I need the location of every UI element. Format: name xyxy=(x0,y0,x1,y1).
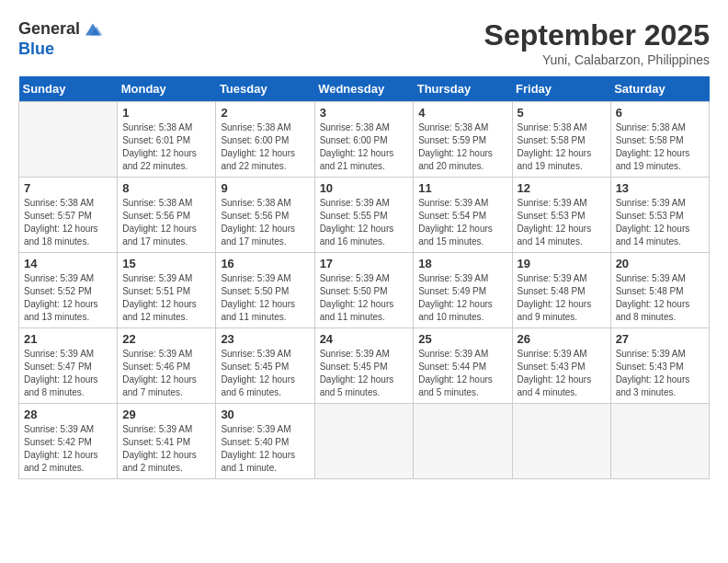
day-number: 4 xyxy=(418,106,506,120)
day-info: Sunrise: 5:38 AM Sunset: 6:01 PM Dayligh… xyxy=(122,121,210,173)
calendar-cell: 11Sunrise: 5:39 AM Sunset: 5:54 PM Dayli… xyxy=(414,178,512,253)
day-info: Sunrise: 5:38 AM Sunset: 5:58 PM Dayligh… xyxy=(616,121,704,173)
day-number: 17 xyxy=(320,257,409,270)
day-number: 23 xyxy=(221,332,309,346)
day-number: 30 xyxy=(221,408,309,421)
calendar-cell: 12Sunrise: 5:39 AM Sunset: 5:53 PM Dayli… xyxy=(512,178,610,253)
weekday-header-friday: Friday xyxy=(512,76,610,102)
logo-icon xyxy=(82,18,104,40)
day-info: Sunrise: 5:38 AM Sunset: 5:56 PM Dayligh… xyxy=(221,197,309,248)
calendar-cell: 19Sunrise: 5:39 AM Sunset: 5:48 PM Dayli… xyxy=(512,253,610,328)
calendar-cell: 17Sunrise: 5:39 AM Sunset: 5:50 PM Dayli… xyxy=(314,253,414,328)
weekday-header-tuesday: Tuesday xyxy=(216,76,314,102)
day-number: 3 xyxy=(320,106,409,120)
calendar-cell xyxy=(314,404,414,479)
weekday-header-saturday: Saturday xyxy=(610,76,709,102)
calendar-week-row: 28Sunrise: 5:39 AM Sunset: 5:42 PM Dayli… xyxy=(19,404,710,479)
calendar-cell: 15Sunrise: 5:39 AM Sunset: 5:51 PM Dayli… xyxy=(118,253,216,328)
day-number: 29 xyxy=(122,408,210,421)
logo: General Blue xyxy=(18,18,104,59)
calendar-cell: 25Sunrise: 5:39 AM Sunset: 5:44 PM Dayli… xyxy=(414,328,512,404)
day-info: Sunrise: 5:38 AM Sunset: 5:59 PM Dayligh… xyxy=(418,121,506,173)
day-info: Sunrise: 5:39 AM Sunset: 5:43 PM Dayligh… xyxy=(616,348,704,399)
day-info: Sunrise: 5:39 AM Sunset: 5:48 PM Dayligh… xyxy=(518,272,606,324)
calendar-cell: 2Sunrise: 5:38 AM Sunset: 6:00 PM Daylig… xyxy=(216,102,314,178)
day-number: 27 xyxy=(616,332,704,346)
day-info: Sunrise: 5:39 AM Sunset: 5:40 PM Dayligh… xyxy=(221,423,309,475)
calendar-cell xyxy=(414,404,512,479)
calendar-week-row: 21Sunrise: 5:39 AM Sunset: 5:47 PM Dayli… xyxy=(19,328,710,404)
day-info: Sunrise: 5:39 AM Sunset: 5:50 PM Dayligh… xyxy=(320,272,409,324)
day-info: Sunrise: 5:39 AM Sunset: 5:49 PM Dayligh… xyxy=(418,272,506,324)
day-number: 9 xyxy=(221,181,309,195)
day-number: 16 xyxy=(221,257,309,270)
day-number: 2 xyxy=(221,106,309,120)
day-info: Sunrise: 5:39 AM Sunset: 5:41 PM Dayligh… xyxy=(122,423,210,475)
calendar-cell: 9Sunrise: 5:38 AM Sunset: 5:56 PM Daylig… xyxy=(216,178,314,253)
calendar-cell: 5Sunrise: 5:38 AM Sunset: 5:58 PM Daylig… xyxy=(512,102,610,178)
month-title: September 2025 xyxy=(484,18,710,52)
day-info: Sunrise: 5:39 AM Sunset: 5:48 PM Dayligh… xyxy=(616,272,704,324)
day-number: 18 xyxy=(418,257,506,270)
calendar-cell: 10Sunrise: 5:39 AM Sunset: 5:55 PM Dayli… xyxy=(314,178,414,253)
day-info: Sunrise: 5:38 AM Sunset: 6:00 PM Dayligh… xyxy=(320,121,409,173)
day-number: 28 xyxy=(24,408,112,421)
day-info: Sunrise: 5:39 AM Sunset: 5:47 PM Dayligh… xyxy=(24,348,112,399)
day-info: Sunrise: 5:39 AM Sunset: 5:54 PM Dayligh… xyxy=(418,197,506,248)
day-info: Sunrise: 5:38 AM Sunset: 5:58 PM Dayligh… xyxy=(518,121,606,173)
day-number: 13 xyxy=(616,181,704,195)
calendar-cell: 3Sunrise: 5:38 AM Sunset: 6:00 PM Daylig… xyxy=(314,102,414,178)
day-info: Sunrise: 5:38 AM Sunset: 5:56 PM Dayligh… xyxy=(122,197,210,248)
day-info: Sunrise: 5:39 AM Sunset: 5:44 PM Dayligh… xyxy=(418,348,506,399)
calendar-week-row: 7Sunrise: 5:38 AM Sunset: 5:57 PM Daylig… xyxy=(19,178,710,253)
day-info: Sunrise: 5:39 AM Sunset: 5:51 PM Dayligh… xyxy=(122,272,210,324)
title-block: September 2025 Yuni, Calabarzon, Philipp… xyxy=(484,18,710,67)
calendar-cell: 1Sunrise: 5:38 AM Sunset: 6:01 PM Daylig… xyxy=(118,102,216,178)
calendar-cell: 13Sunrise: 5:39 AM Sunset: 5:53 PM Dayli… xyxy=(610,178,709,253)
day-info: Sunrise: 5:39 AM Sunset: 5:55 PM Dayligh… xyxy=(320,197,409,248)
logo-text: General xyxy=(18,20,80,39)
calendar-cell: 29Sunrise: 5:39 AM Sunset: 5:41 PM Dayli… xyxy=(118,404,216,479)
day-number: 24 xyxy=(320,332,409,346)
day-info: Sunrise: 5:39 AM Sunset: 5:42 PM Dayligh… xyxy=(24,423,112,475)
day-info: Sunrise: 5:39 AM Sunset: 5:53 PM Dayligh… xyxy=(616,197,704,248)
day-info: Sunrise: 5:39 AM Sunset: 5:52 PM Dayligh… xyxy=(24,272,112,324)
day-info: Sunrise: 5:38 AM Sunset: 6:00 PM Dayligh… xyxy=(221,121,309,173)
day-number: 26 xyxy=(518,332,606,346)
day-info: Sunrise: 5:39 AM Sunset: 5:45 PM Dayligh… xyxy=(320,348,409,399)
day-info: Sunrise: 5:39 AM Sunset: 5:53 PM Dayligh… xyxy=(518,197,606,248)
weekday-header-wednesday: Wednesday xyxy=(314,76,414,102)
calendar-cell: 27Sunrise: 5:39 AM Sunset: 5:43 PM Dayli… xyxy=(610,328,709,404)
day-info: Sunrise: 5:39 AM Sunset: 5:50 PM Dayligh… xyxy=(221,272,309,324)
day-number: 22 xyxy=(122,332,210,346)
day-number: 5 xyxy=(518,106,606,120)
day-info: Sunrise: 5:39 AM Sunset: 5:45 PM Dayligh… xyxy=(221,348,309,399)
page-header: General Blue September 2025 Yuni, Calaba… xyxy=(18,18,710,67)
calendar-cell: 6Sunrise: 5:38 AM Sunset: 5:58 PM Daylig… xyxy=(610,102,709,178)
weekday-header-row: SundayMondayTuesdayWednesdayThursdayFrid… xyxy=(19,76,710,102)
day-number: 11 xyxy=(418,181,506,195)
calendar-cell xyxy=(19,102,118,178)
calendar-table: SundayMondayTuesdayWednesdayThursdayFrid… xyxy=(18,76,710,479)
logo-blue-text: Blue xyxy=(18,40,54,58)
weekday-header-thursday: Thursday xyxy=(414,76,512,102)
calendar-cell: 22Sunrise: 5:39 AM Sunset: 5:46 PM Dayli… xyxy=(118,328,216,404)
day-number: 21 xyxy=(24,332,112,346)
day-number: 7 xyxy=(24,181,112,195)
weekday-header-monday: Monday xyxy=(118,76,216,102)
day-info: Sunrise: 5:39 AM Sunset: 5:46 PM Dayligh… xyxy=(122,348,210,399)
calendar-header: SundayMondayTuesdayWednesdayThursdayFrid… xyxy=(19,76,710,102)
calendar-week-row: 1Sunrise: 5:38 AM Sunset: 6:01 PM Daylig… xyxy=(19,102,710,178)
day-number: 12 xyxy=(518,181,606,195)
calendar-body: 1Sunrise: 5:38 AM Sunset: 6:01 PM Daylig… xyxy=(19,102,710,479)
day-number: 25 xyxy=(418,332,506,346)
calendar-cell xyxy=(610,404,709,479)
calendar-cell: 18Sunrise: 5:39 AM Sunset: 5:49 PM Dayli… xyxy=(414,253,512,328)
day-number: 1 xyxy=(122,106,210,120)
calendar-cell: 23Sunrise: 5:39 AM Sunset: 5:45 PM Dayli… xyxy=(216,328,314,404)
calendar-cell: 24Sunrise: 5:39 AM Sunset: 5:45 PM Dayli… xyxy=(314,328,414,404)
calendar-cell: 21Sunrise: 5:39 AM Sunset: 5:47 PM Dayli… xyxy=(19,328,118,404)
calendar-cell xyxy=(512,404,610,479)
day-number: 6 xyxy=(616,106,704,120)
calendar-cell: 14Sunrise: 5:39 AM Sunset: 5:52 PM Dayli… xyxy=(19,253,118,328)
